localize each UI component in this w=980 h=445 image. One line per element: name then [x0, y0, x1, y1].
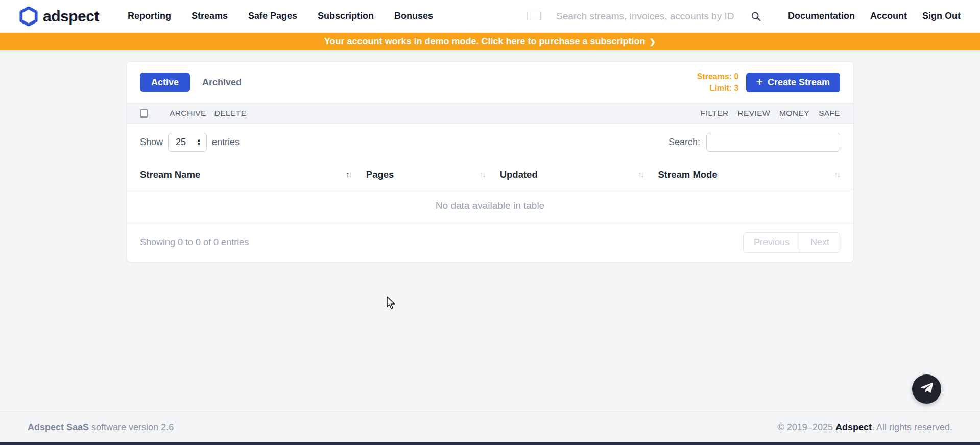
card-header-row: Active Archived Streams: 0 Limit: 3 + Cr… — [127, 62, 853, 103]
nav-item-bonuses[interactable]: Bonuses — [394, 11, 433, 21]
top-nav-bar: adspect Reporting Streams Safe Pages Sub… — [0, 0, 980, 33]
footer-copyright: © 2019–2025 Adspect. All rights reserved… — [778, 422, 952, 433]
streams-card: Active Archived Streams: 0 Limit: 3 + Cr… — [126, 61, 854, 262]
column-header-stream-mode[interactable]: Stream Mode ↑↓ — [658, 169, 840, 180]
footer-version: Adspect SaaS software version 2.6 — [28, 422, 174, 433]
filter-toggle[interactable]: FILTER — [701, 109, 729, 118]
nav-right-group: Documentation Account Sign Out — [527, 11, 961, 22]
brand-name: adspect — [43, 8, 99, 25]
nav-item-subscription[interactable]: Subscription — [318, 11, 374, 21]
table-search-input[interactable] — [706, 133, 840, 152]
show-label: Show — [140, 137, 163, 148]
sort-icon: ↑↓ — [834, 170, 839, 179]
brand-logo[interactable]: adspect — [19, 7, 99, 26]
table-controls-row: Show 25 ▲▼ entries Search: — [127, 124, 853, 161]
table-header-row: Stream Name ↑↓ Pages ↑↓ Updated ↑↓ Strea… — [127, 161, 853, 189]
main-content: Active Archived Streams: 0 Limit: 3 + Cr… — [0, 61, 980, 262]
previous-page-button[interactable]: Previous — [743, 232, 800, 253]
demo-banner-text: Your account works in demo mode. Click h… — [324, 36, 646, 47]
russian-flag-icon[interactable] — [527, 12, 541, 20]
nav-item-account[interactable]: Account — [870, 11, 907, 21]
bulk-actions-toolbar: ARCHIVE DELETE FILTER REVIEW MONEY SAFE — [127, 103, 853, 124]
bottom-edge — [0, 442, 980, 445]
stream-quota: Streams: 0 Limit: 3 — [697, 71, 739, 94]
telegram-button[interactable] — [912, 374, 941, 404]
sort-icon: ↑↓ — [480, 170, 485, 179]
card-footer-row: Showing 0 to 0 of 0 entries Previous Nex… — [127, 223, 853, 262]
select-all-checkbox[interactable] — [140, 109, 148, 118]
column-header-stream-name[interactable]: Stream Name ↑↓ — [140, 169, 366, 180]
entries-label: entries — [212, 137, 240, 148]
tab-active[interactable]: Active — [140, 73, 190, 92]
tab-archived[interactable]: Archived — [202, 77, 242, 88]
global-search-input[interactable] — [556, 11, 746, 22]
chevron-right-icon: ❯ — [650, 37, 656, 46]
delete-action[interactable]: DELETE — [214, 109, 247, 118]
primary-nav: Reporting Streams Safe Pages Subscriptio… — [128, 11, 433, 21]
page-size-select[interactable]: 25 ▲▼ — [168, 133, 207, 152]
search-icon[interactable] — [750, 11, 761, 22]
next-page-button[interactable]: Next — [800, 232, 840, 253]
nav-item-documentation[interactable]: Documentation — [788, 11, 855, 21]
hexagon-logo-icon — [19, 7, 38, 26]
entries-summary: Showing 0 to 0 of 0 entries — [140, 237, 249, 248]
column-header-pages[interactable]: Pages ↑↓ — [366, 169, 500, 180]
nav-item-reporting[interactable]: Reporting — [128, 11, 171, 21]
sort-icon: ↑↓ — [346, 170, 351, 179]
select-spinner-icon: ▲▼ — [197, 138, 201, 146]
nav-item-sign-out[interactable]: Sign Out — [922, 11, 961, 21]
nav-item-streams[interactable]: Streams — [192, 11, 228, 21]
archive-action[interactable]: ARCHIVE — [170, 109, 206, 118]
column-header-updated[interactable]: Updated ↑↓ — [500, 169, 658, 180]
sort-icon: ↑↓ — [638, 170, 643, 179]
create-stream-button[interactable]: + Create Stream — [746, 73, 841, 92]
pagination: Previous Next — [743, 232, 840, 253]
streams-count: Streams: 0 — [697, 71, 739, 82]
nav-item-safe-pages[interactable]: Safe Pages — [248, 11, 297, 21]
page-footer: Adspect SaaS software version 2.6 © 2019… — [0, 411, 980, 442]
telegram-icon — [920, 381, 934, 397]
safe-toggle[interactable]: SAFE — [819, 109, 840, 118]
mouse-cursor — [386, 296, 397, 312]
demo-mode-banner[interactable]: Your account works in demo mode. Click h… — [0, 33, 980, 50]
plus-icon: + — [756, 75, 763, 89]
review-toggle[interactable]: REVIEW — [738, 109, 771, 118]
table-empty-message: No data available in table — [127, 189, 853, 223]
money-toggle[interactable]: MONEY — [779, 109, 809, 118]
streams-limit: Limit: 3 — [697, 82, 739, 94]
table-search-label: Search: — [668, 137, 700, 148]
